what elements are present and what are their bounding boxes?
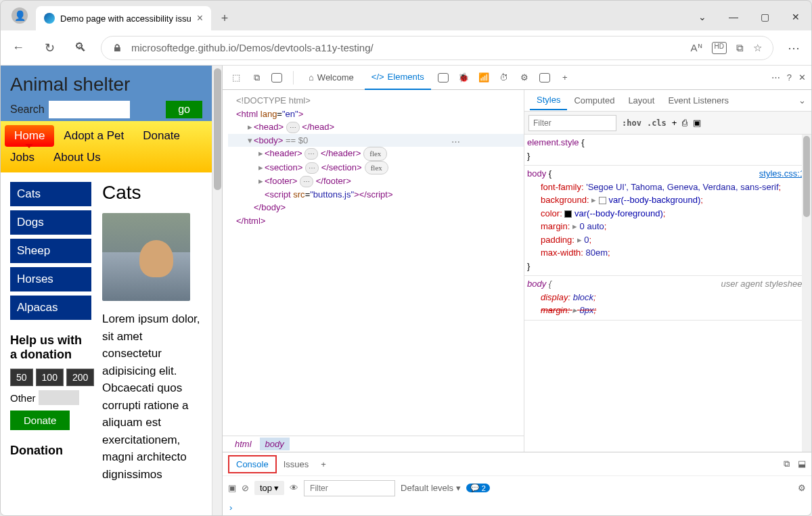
- read-aloud-icon[interactable]: Aᴺ: [691, 42, 702, 54]
- nav-adopt[interactable]: Adopt a Pet: [54, 125, 133, 147]
- device-toggle-icon[interactable]: ⧉: [248, 70, 265, 86]
- cat-horses[interactable]: Horses: [10, 267, 91, 291]
- source-link[interactable]: styles.css:1: [759, 167, 805, 181]
- back-button[interactable]: ←: [7, 37, 29, 59]
- collections-icon[interactable]: ⧉: [736, 42, 744, 54]
- donate-200[interactable]: 200: [66, 369, 94, 386]
- site-header: Animal shelter Search go: [1, 66, 212, 121]
- tab-welcome[interactable]: ⌂Welcome: [302, 66, 361, 90]
- application-icon[interactable]: [539, 73, 550, 83]
- page-heading: Cats: [102, 182, 202, 204]
- console-clear-icon[interactable]: ⊘: [242, 483, 249, 493]
- search-go-button[interactable]: go: [166, 101, 202, 118]
- context-selector[interactable]: top ▾: [254, 481, 284, 495]
- nav-donate[interactable]: Donate: [133, 125, 189, 147]
- page-scrollbar[interactable]: [212, 66, 222, 515]
- donate-100[interactable]: 100: [36, 369, 64, 386]
- drawer-add-icon[interactable]: +: [315, 459, 332, 469]
- rule-body-ua[interactable]: user agent stylesheet body { display: bl…: [524, 276, 811, 321]
- nav-home[interactable]: Home: [5, 125, 54, 147]
- network-icon[interactable]: 📶: [476, 70, 492, 86]
- issues-badge[interactable]: 💬 2: [466, 484, 490, 492]
- new-style-plus-icon[interactable]: +: [672, 118, 677, 128]
- devtools: ⬚ ⧉ ⌂Welcome </>Elements 🐞 📶 ⏱ ⚙ + ⋯ ? ✕…: [222, 66, 811, 515]
- performance-icon[interactable]: ⏱: [496, 70, 512, 86]
- devtools-more-icon[interactable]: ⋯: [771, 72, 780, 83]
- cat-alpacas[interactable]: Alpacas: [10, 296, 91, 320]
- tab-elements[interactable]: </>Elements: [365, 66, 431, 90]
- hd-icon[interactable]: HD: [712, 42, 727, 54]
- dom-tree[interactable]: <!DOCTYPE html> <html lang="en"> ▸<head>…: [223, 90, 524, 436]
- bc-body[interactable]: body: [260, 438, 290, 450]
- hov-button[interactable]: :hov: [622, 118, 641, 128]
- style-action-icon[interactable]: ⎙: [682, 118, 687, 128]
- drawer-expand-icon[interactable]: ⬓: [798, 459, 806, 469]
- memory-icon[interactable]: ⚙: [516, 70, 533, 86]
- settings-menu-button[interactable]: ⋯: [783, 37, 805, 59]
- favorite-star-icon[interactable]: ☆: [753, 42, 762, 54]
- cat-sheep[interactable]: Sheep: [10, 239, 91, 263]
- devtools-tabbar: ⬚ ⧉ ⌂Welcome </>Elements 🐞 📶 ⏱ ⚙ + ⋯ ? ✕: [223, 66, 811, 90]
- nav-jobs[interactable]: Jobs: [1, 147, 44, 168]
- console-prompt[interactable]: ›: [223, 500, 811, 515]
- dom-breadcrumb[interactable]: html body: [223, 436, 524, 452]
- styles-scrollbar[interactable]: [802, 135, 811, 452]
- minimize-button[interactable]: —: [718, 3, 749, 30]
- tab-title: Demo page with accessibility issu: [60, 14, 191, 24]
- maximize-button[interactable]: ▢: [749, 3, 780, 30]
- donation-section-heading: Donation: [10, 444, 91, 458]
- styles-tab-computed[interactable]: Computed: [567, 91, 621, 110]
- tab-close-icon[interactable]: ×: [197, 12, 203, 24]
- console-filter-input[interactable]: [304, 480, 395, 496]
- tab-overflow-button[interactable]: ⌄: [687, 3, 718, 30]
- console-sidebar-icon[interactable]: ▣: [228, 483, 236, 493]
- bc-html[interactable]: html: [229, 438, 257, 450]
- styles-tab-styles[interactable]: Styles: [530, 91, 567, 110]
- body-text: Lorem ipsum dolor, sit amet consectetur …: [102, 310, 202, 483]
- donate-50[interactable]: 50: [10, 369, 33, 386]
- drawer-tab-issues[interactable]: Issues: [277, 455, 316, 473]
- edge-favicon-icon: [44, 13, 55, 24]
- help-icon[interactable]: ?: [787, 72, 792, 83]
- search-input[interactable]: [49, 101, 130, 118]
- styles-tab-layout[interactable]: Layout: [621, 91, 661, 110]
- styles-filter-input[interactable]: [528, 115, 616, 131]
- style-action2-icon[interactable]: ▣: [693, 118, 701, 128]
- search-button[interactable]: 🔍︎: [70, 37, 91, 59]
- new-tab-button[interactable]: +: [214, 7, 235, 29]
- donate-button[interactable]: Donate: [10, 411, 70, 430]
- refresh-button[interactable]: ↻: [39, 37, 60, 59]
- log-levels[interactable]: Default levels ▾: [401, 483, 461, 493]
- styles-tabs-more-icon[interactable]: ⌄: [798, 95, 806, 105]
- search-label: Search: [10, 103, 45, 116]
- address-bar[interactable]: 🔒︎ microsoftedge.github.io/Demos/devtool…: [101, 36, 773, 60]
- drawer-tab-console[interactable]: Console: [228, 455, 277, 473]
- inspect-icon[interactable]: ⬚: [228, 70, 244, 86]
- window-close-button[interactable]: ✕: [780, 3, 811, 30]
- page-viewport: Animal shelter Search go Home Adopt a Pe…: [1, 66, 222, 515]
- other-label: Other: [10, 392, 36, 404]
- home-icon: ⌂: [309, 72, 314, 83]
- styles-tab-events[interactable]: Event Listeners: [661, 91, 736, 110]
- browser-toolbar: ← ↻ 🔍︎ 🔒︎ microsoftedge.github.io/Demos/…: [1, 30, 811, 66]
- sources-icon[interactable]: 🐞: [455, 70, 472, 86]
- devtools-close-icon[interactable]: ✕: [798, 72, 806, 83]
- console-settings-icon[interactable]: ⚙: [798, 483, 806, 493]
- rule-body[interactable]: styles.css:1 body { font-family: 'Segoe …: [524, 166, 811, 276]
- cls-button[interactable]: .cls: [647, 118, 667, 128]
- window-titlebar: 👤 Demo page with accessibility issu × + …: [1, 1, 811, 30]
- cat-dogs[interactable]: Dogs: [10, 210, 91, 235]
- other-amount-input[interactable]: [39, 390, 79, 405]
- nav-about[interactable]: About Us: [44, 147, 110, 168]
- console-icon[interactable]: [438, 73, 449, 83]
- url-text: microsoftedge.github.io/Demos/devtools-a…: [131, 42, 681, 53]
- rule-element-style[interactable]: element.style {}: [524, 135, 811, 166]
- live-expr-icon[interactable]: 👁: [290, 483, 298, 493]
- code-icon: </>: [371, 72, 384, 82]
- cat-cats[interactable]: Cats: [10, 182, 91, 206]
- panel-icon[interactable]: [271, 73, 282, 83]
- profile-icon[interactable]: 👤: [12, 7, 28, 24]
- drawer-dock-icon[interactable]: ⧉: [784, 459, 790, 469]
- more-tabs-plus-icon[interactable]: +: [557, 70, 573, 86]
- browser-tab[interactable]: Demo page with accessibility issu ×: [36, 6, 211, 30]
